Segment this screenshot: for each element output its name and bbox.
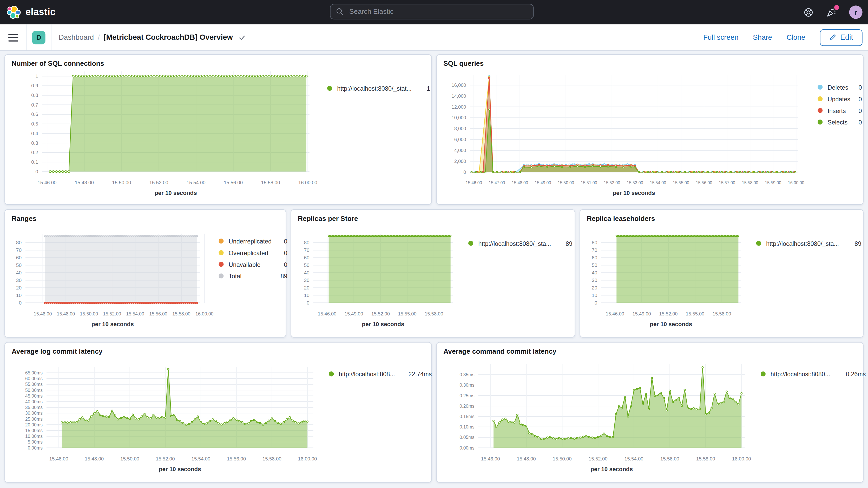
svg-text:15:52:00: 15:52:00	[149, 180, 168, 185]
toolbar-divider	[26, 24, 27, 51]
svg-text:40: 40	[304, 270, 309, 275]
breadcrumb-dashboard-link[interactable]: Dashboard	[59, 33, 94, 41]
svg-text:35.00ms: 35.00ms	[25, 405, 42, 410]
legend-swatch-icon	[219, 239, 223, 243]
legend-item[interactable]: Unavailable0	[219, 258, 287, 270]
svg-text:15:58:00: 15:58:00	[742, 180, 758, 185]
svg-text:5.00ms: 5.00ms	[28, 439, 43, 445]
dashboard-badge[interactable]: D	[32, 31, 45, 44]
svg-text:70: 70	[592, 247, 597, 253]
svg-text:15:58:00: 15:58:00	[262, 456, 281, 461]
legend-item[interactable]: Total89	[219, 270, 287, 282]
legend-item[interactable]: Inserts0	[817, 105, 862, 116]
svg-text:15:48:00: 15:48:00	[57, 311, 75, 316]
svg-text:15:48:00: 15:48:00	[85, 456, 104, 461]
svg-text:50: 50	[304, 263, 309, 268]
clone-button[interactable]: Clone	[786, 33, 805, 41]
legend-value: 0	[279, 249, 287, 256]
svg-text:10: 10	[592, 293, 597, 298]
top-navbar: elastic	[0, 0, 868, 24]
global-search[interactable]	[330, 4, 534, 20]
panel-sql-queries: SQL queries 02,0004,0006,0008,00010,0001…	[436, 54, 864, 205]
chart-sql-queries[interactable]: 02,0004,0006,0008,00010,00012,00014,0001…	[437, 55, 863, 204]
svg-text:45.00ms: 45.00ms	[25, 393, 42, 399]
svg-text:0.10ms: 0.10ms	[460, 424, 474, 430]
svg-text:16,000: 16,000	[452, 82, 466, 88]
panel-replicas-per-store: Replicas per Store 0102030405060708015:4…	[290, 209, 575, 338]
chart-replicas-per-store[interactable]: 0102030405060708015:46:0015:49:0015:52:0…	[291, 210, 575, 337]
legend-value: 89	[276, 273, 287, 279]
elastic-logo[interactable]: elastic	[7, 5, 56, 19]
panel-replica-leaseholders: Replica leaseholders 0102030405060708015…	[580, 209, 864, 338]
svg-text:15:48:00: 15:48:00	[512, 180, 528, 185]
legend-item[interactable]: Overreplicated0	[219, 247, 287, 258]
chart-replica-leaseholders[interactable]: 0102030405060708015:46:0015:49:0015:52:0…	[580, 210, 863, 337]
edit-button[interactable]: Edit	[820, 29, 863, 46]
svg-text:40: 40	[16, 270, 22, 275]
chart-legend: Deletes0Updates0Inserts0Selects0	[817, 81, 862, 128]
svg-text:15:55:00: 15:55:00	[673, 180, 689, 185]
menu-button[interactable]	[8, 33, 18, 41]
svg-text:15:49:00: 15:49:00	[345, 311, 363, 316]
legend-item[interactable]: http://localhost:8080...0.26ms	[761, 368, 866, 380]
svg-text:0.1: 0.1	[31, 159, 38, 165]
full-screen-button[interactable]: Full screen	[703, 33, 738, 41]
svg-text:15:46:00: 15:46:00	[318, 311, 336, 316]
legend-item[interactable]: Updates0	[817, 93, 862, 105]
legend-label: http://localhost:8080/_sta...	[766, 240, 839, 247]
logo-wordmark: elastic	[26, 7, 56, 18]
share-button[interactable]: Share	[753, 33, 772, 41]
pencil-icon	[829, 34, 836, 41]
svg-text:8,000: 8,000	[454, 126, 466, 131]
svg-text:0.35ms: 0.35ms	[460, 372, 474, 377]
svg-text:15:56:00: 15:56:00	[227, 456, 246, 461]
chart-avg-command-commit-latency[interactable]: 0.00ms0.05ms0.10ms0.15ms0.20ms0.25ms0.30…	[437, 343, 863, 482]
legend-item[interactable]: Selects0	[817, 116, 862, 128]
legend-item[interactable]: http://localhost:808...22.74ms	[329, 368, 432, 380]
legend-item[interactable]: http://localhost:8080/_sta...89	[756, 238, 862, 249]
svg-text:0.15ms: 0.15ms	[460, 414, 474, 419]
breadcrumb-separator: /	[98, 33, 100, 41]
svg-text:0.20ms: 0.20ms	[460, 403, 474, 409]
svg-text:15:47:00: 15:47:00	[489, 180, 505, 185]
svg-text:14,000: 14,000	[452, 93, 466, 99]
svg-text:0.4: 0.4	[31, 131, 38, 136]
svg-text:16:00:00: 16:00:00	[195, 311, 214, 316]
chart-legend: http://localhost:8080/_sta...89	[756, 238, 862, 249]
svg-text:10,000: 10,000	[452, 115, 466, 120]
page-title[interactable]: [Metricbeat CockroachDB] Overview	[104, 33, 233, 41]
legend-item[interactable]: Deletes0	[817, 81, 862, 93]
svg-text:15:52:00: 15:52:00	[156, 456, 175, 461]
news-button[interactable]	[826, 7, 837, 18]
chart-avg-log-commit-latency[interactable]: 0.00ms5.00ms10.00ms15.00ms20.00ms25.00ms…	[5, 343, 431, 482]
search-icon	[336, 8, 344, 16]
svg-text:0.00ms: 0.00ms	[28, 446, 43, 451]
svg-text:55.00ms: 55.00ms	[25, 382, 42, 387]
svg-text:15:50:00: 15:50:00	[80, 311, 98, 316]
chart-legend: http://localhost:8080...0.26ms	[761, 368, 866, 380]
title-menu-toggle[interactable]	[238, 33, 246, 41]
svg-text:0.30ms: 0.30ms	[460, 383, 474, 388]
legend-item[interactable]: http://localhost:8080/_sta...89	[468, 238, 572, 249]
user-avatar[interactable]: r	[849, 5, 863, 19]
svg-text:0.25ms: 0.25ms	[460, 393, 474, 398]
legend-value: 0	[854, 107, 862, 114]
chart-legend: Underreplicated0Overreplicated0Unavailab…	[219, 235, 287, 282]
svg-text:15:48:00: 15:48:00	[75, 180, 94, 185]
svg-text:15:50:00: 15:50:00	[558, 180, 574, 185]
search-input[interactable]	[348, 7, 528, 16]
legend-label: Updates	[828, 95, 850, 102]
legend-label: Total	[229, 273, 242, 279]
svg-text:15:58:00: 15:58:00	[261, 180, 280, 185]
svg-text:16:00:00: 16:00:00	[298, 456, 317, 461]
svg-text:15:50:00: 15:50:00	[553, 456, 572, 461]
svg-text:per 10 seconds: per 10 seconds	[362, 321, 404, 328]
legend-item[interactable]: Underreplicated0	[219, 235, 287, 247]
toolbar-divider	[51, 24, 52, 51]
chart-sql-connections[interactable]: 00.10.20.30.40.50.60.70.80.9115:46:0015:…	[5, 55, 431, 204]
chart-legend: http://localhost:8080/_stat...1	[327, 82, 430, 94]
help-button[interactable]	[803, 7, 814, 18]
legend-item[interactable]: http://localhost:8080/_stat...1	[327, 82, 430, 94]
legend-value: 0	[854, 119, 862, 125]
svg-text:15:58:00: 15:58:00	[172, 311, 190, 316]
